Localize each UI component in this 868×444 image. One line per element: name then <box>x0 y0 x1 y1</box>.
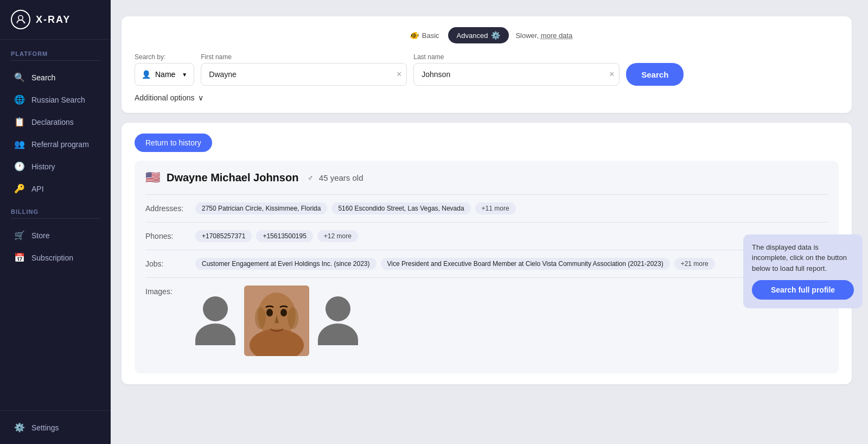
jobs-tags: Customer Engagement at Everi Holdings In… <box>195 258 828 270</box>
platform-section-label: Platform <box>0 40 111 60</box>
sidebar-item-declarations-label: Declarations <box>31 118 74 126</box>
gender-age: ♂ 45 years old <box>307 173 363 182</box>
first-name-clear-button[interactable]: × <box>397 70 401 79</box>
phone-tag-1: +15613500195 <box>256 230 312 242</box>
billing-section-label: Billing <box>0 200 111 218</box>
addresses-label: Addresses: <box>145 202 189 213</box>
last-name-clear-button[interactable]: × <box>609 70 614 79</box>
first-name-label: First name <box>201 53 407 61</box>
sidebar-item-settings[interactable]: ⚙️ Settings <box>3 417 107 438</box>
jobs-more-tag[interactable]: +21 more <box>674 258 715 270</box>
search-by-group: Search by: 👤 Name ▼ <box>135 53 194 86</box>
additional-options[interactable]: Additional options ∨ <box>135 93 203 102</box>
sidebar-item-search[interactable]: 🔍 Search <box>3 67 107 88</box>
sidebar-item-subscription-label: Subscription <box>31 253 73 262</box>
images-row <box>195 286 828 356</box>
jobs-field: Jobs: Customer Engagement at Everi Holdi… <box>145 250 828 277</box>
slower-text: Slower, more data <box>515 31 572 40</box>
phones-tags: +17085257371 +15613500195 +12 more <box>195 230 828 242</box>
russian-search-icon: 🌐 <box>14 94 25 105</box>
chevron-down-icon: ▼ <box>182 72 187 78</box>
sil-head-2 <box>326 296 350 321</box>
sidebar-bottom: ⚙️ Settings <box>0 410 111 444</box>
sidebar-item-history[interactable]: 🕐 History <box>3 156 107 177</box>
phones-label: Phones: <box>145 230 189 240</box>
store-icon: 🛒 <box>14 230 25 240</box>
silhouette-1 <box>195 296 235 345</box>
mode-toggle: 🐠 Basic Advanced ⚙️ Slower, more data <box>135 27 839 43</box>
sidebar-item-settings-label: Settings <box>31 423 59 432</box>
sidebar-item-search-label: Search <box>31 73 55 82</box>
search-by-value: Name <box>155 70 175 79</box>
sidebar-item-subscription[interactable]: 📅 Subscription <box>3 247 107 268</box>
search-card: 🐠 Basic Advanced ⚙️ Slower, more data Se… <box>122 16 852 113</box>
last-name-input[interactable] <box>413 63 620 86</box>
sidebar: X-RAY Platform 🔍 Search 🌐 Russian Search… <box>0 0 111 444</box>
address-more-tag[interactable]: +11 more <box>475 202 516 214</box>
sidebar-item-declarations[interactable]: 📋 Declarations <box>3 111 107 132</box>
search-row: Search by: 👤 Name ▼ First name × Last na… <box>135 53 839 86</box>
search-by-label: Search by: <box>135 53 194 61</box>
addresses-field: Addresses: 2750 Patrician Circle, Kissim… <box>145 194 828 222</box>
job-tag-1: Vice President and Executive Board Membe… <box>381 258 670 270</box>
svg-point-5 <box>266 309 273 316</box>
platform-divider <box>11 60 100 61</box>
person-photo <box>244 286 309 356</box>
images-field: Images: <box>145 277 828 364</box>
sidebar-item-referral[interactable]: 👥 Referral program <box>3 134 107 155</box>
sidebar-item-store[interactable]: 🛒 Store <box>3 225 107 246</box>
us-flag: 🇺🇸 <box>145 170 160 185</box>
tooltip-panel: The displayed data is incomplete, click … <box>743 234 863 309</box>
last-name-wrap: × <box>413 63 620 86</box>
results-card: Return to history 🇺🇸 Dwayne Michael John… <box>122 123 852 384</box>
search-by-select[interactable]: 👤 Name ▼ <box>135 63 194 86</box>
sidebar-item-api-label: API <box>31 185 44 193</box>
search-full-profile-button[interactable]: Search full profile <box>752 280 854 300</box>
logo: X-RAY <box>0 0 111 40</box>
sidebar-item-russian-search-label: Russian Search <box>31 96 85 104</box>
sidebar-item-api[interactable]: 🔑 API <box>3 178 107 199</box>
phones-field: Phones: +17085257371 +15613500195 +12 mo… <box>145 222 828 250</box>
subscription-icon: 📅 <box>14 252 25 263</box>
first-name-wrap: × <box>201 63 407 86</box>
mode-basic-label: Basic <box>422 31 439 40</box>
last-name-label: Last name <box>413 53 620 61</box>
person-header: 🇺🇸 Dwayne Michael Johnson ♂ 45 years old <box>145 170 828 185</box>
last-name-group: Last name × <box>413 53 620 86</box>
person-icon: 👤 <box>142 70 151 79</box>
return-to-history-button[interactable]: Return to history <box>135 134 212 152</box>
search-button[interactable]: Search <box>626 63 684 86</box>
advanced-mode-icon: ⚙️ <box>491 31 500 40</box>
more-data-link[interactable]: more data <box>541 31 573 40</box>
additional-options-label: Additional options <box>135 93 195 102</box>
person-card: 🇺🇸 Dwayne Michael Johnson ♂ 45 years old… <box>135 161 839 373</box>
billing-divider <box>11 218 100 219</box>
address-tag-1: 5160 Escondido Street, Las Vegas, Nevada <box>331 202 470 214</box>
search-icon: 🔍 <box>14 72 25 83</box>
declarations-icon: 📋 <box>14 117 25 127</box>
sil-body-2 <box>318 324 358 345</box>
sil-head-1 <box>203 296 228 321</box>
settings-icon: ⚙️ <box>14 422 25 433</box>
address-tag-0: 2750 Patrician Circle, Kissimmee, Florid… <box>195 202 327 214</box>
first-name-input[interactable] <box>201 63 407 86</box>
svg-point-7 <box>255 307 266 329</box>
mode-advanced-label: Advanced <box>457 31 488 40</box>
mode-basic-button[interactable]: 🐠 Basic <box>401 27 448 43</box>
svg-point-8 <box>288 307 298 329</box>
sidebar-item-history-label: History <box>31 162 55 171</box>
logo-icon <box>11 10 30 29</box>
images-label: Images: <box>145 286 189 296</box>
phones-more-tag[interactable]: +12 more <box>317 230 358 242</box>
person-age: 45 years old <box>319 173 363 182</box>
history-icon: 🕐 <box>14 161 25 172</box>
chevron-down-icon: ∨ <box>198 93 203 102</box>
sidebar-item-russian-search[interactable]: 🌐 Russian Search <box>3 89 107 110</box>
mode-advanced-button[interactable]: Advanced ⚙️ <box>448 27 509 43</box>
phone-tag-0: +17085257371 <box>195 230 252 242</box>
person-name: Dwayne Michael Johnson <box>167 172 298 184</box>
referral-icon: 👥 <box>14 139 25 149</box>
results-outer: Return to history 🇺🇸 Dwayne Michael John… <box>122 123 852 384</box>
svg-point-6 <box>280 309 287 316</box>
svg-point-0 <box>18 16 23 20</box>
